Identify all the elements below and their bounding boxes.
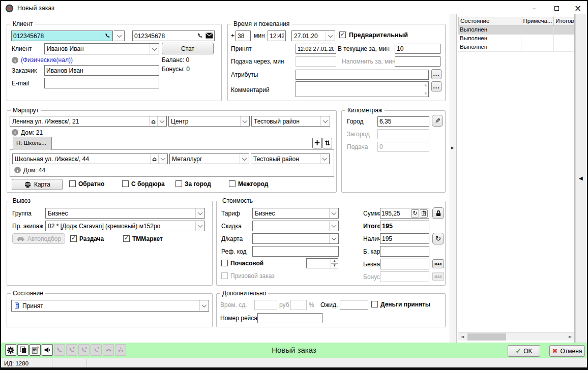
curb-checkbox[interactable] <box>122 180 129 187</box>
close-button[interactable]: × <box>569 2 587 14</box>
hourly-checkbox[interactable] <box>221 260 228 266</box>
map-button[interactable]: Карта <box>12 179 63 190</box>
minimize-button[interactable]: – <box>525 2 543 14</box>
bonus-max-button[interactable]: MAX <box>432 272 444 281</box>
discount-combobox[interactable] <box>252 221 339 231</box>
edit-km-button[interactable]: ✎ <box>432 115 443 127</box>
scrollbar-thumb[interactable] <box>467 333 506 341</box>
customer-input[interactable] <box>44 65 159 76</box>
cashless-input[interactable] <box>380 259 429 269</box>
temp-shift-rub-input[interactable] <box>254 300 277 310</box>
tmmarket-checkbox[interactable]: ✓ <box>123 235 130 242</box>
scroll-up-icon[interactable]: ▲ <box>424 83 427 86</box>
column-header-total[interactable]: Итогова <box>554 17 574 25</box>
comment-more-button[interactable]: ... <box>431 81 442 91</box>
spin-up-icon[interactable]: ▲ <box>331 259 338 264</box>
app-icon[interactable] <box>5 4 14 13</box>
lock-sum-button[interactable] <box>432 207 444 219</box>
client-name-label: Клиент <box>12 45 32 52</box>
stat-button[interactable]: Стат <box>162 43 214 54</box>
to-district-combobox[interactable]: Тестовый район <box>251 153 330 164</box>
column-header-state[interactable]: Состояние <box>459 17 521 25</box>
auto-assign-button[interactable]: Автоподбор <box>12 233 65 244</box>
from-address-combobox[interactable]: Ленина ул. /Ижевск/, 21 ⌂ <box>10 116 167 127</box>
scroll-left-icon[interactable]: ◄ <box>458 333 466 341</box>
scroll-right-icon[interactable]: ► <box>566 333 574 341</box>
dcard-combobox[interactable] <box>252 233 339 244</box>
client-category-link[interactable]: (Физические(нал)) <box>21 56 73 64</box>
wait-input[interactable] <box>340 300 368 310</box>
to-zone-combobox[interactable]: Металлург <box>169 153 249 164</box>
add-stop-button[interactable]: + <box>312 138 322 148</box>
suburb-km-input[interactable] <box>377 129 429 139</box>
info-icon[interactable]: i <box>12 57 18 64</box>
collapse-panel-icon[interactable]: ◀ <box>579 176 583 181</box>
refcode-input[interactable] <box>252 246 339 257</box>
intercity-checkbox[interactable] <box>229 180 236 187</box>
mail-icon[interactable] <box>205 32 214 40</box>
home-icon[interactable]: ⌂ <box>149 116 157 126</box>
clipboard-icon[interactable] <box>420 209 428 218</box>
from-district-combobox[interactable]: Тестовый район <box>251 116 330 127</box>
prize-order-checkbox[interactable] <box>221 272 228 279</box>
tariff-combobox[interactable]: Бизнес <box>252 208 339 219</box>
out-of-town-checkbox[interactable] <box>175 180 182 187</box>
history-row[interactable]: Выполнен <box>458 43 574 52</box>
reset-cash-button[interactable]: ↻ <box>432 233 444 244</box>
state-combobox[interactable]: Принят <box>11 300 209 312</box>
phone-icon[interactable] <box>104 32 112 40</box>
phone-primary-input[interactable] <box>11 30 113 41</box>
ok-button[interactable]: ✔ OK <box>508 345 540 357</box>
phone-history-dropdown[interactable] <box>114 30 125 41</box>
return-checkbox[interactable] <box>69 180 76 187</box>
distribution-checkbox[interactable]: ✓ <box>70 235 77 242</box>
history-row-selected[interactable]: Выполнен <box>458 26 574 35</box>
destination-tab[interactable]: Н: Школь... <box>13 137 52 150</box>
sum-input[interactable]: 195,25 ↻ <box>380 208 429 219</box>
phone-icon[interactable] <box>196 32 204 40</box>
expand-panel-icon[interactable]: ▶ <box>451 146 454 150</box>
bonus-input[interactable] <box>380 271 429 282</box>
accepted-input[interactable] <box>296 44 336 54</box>
remind-input[interactable] <box>395 56 440 67</box>
to-current-label: В текущие за, мин <box>338 45 390 52</box>
feed-after-input[interactable] <box>296 56 336 67</box>
collapse-strip[interactable]: ◀ <box>575 14 587 343</box>
attributes-more-button[interactable]: ... <box>431 69 442 79</box>
attributes-input[interactable] <box>296 70 429 80</box>
total-input[interactable]: 195 <box>380 221 429 231</box>
record-play-icon <box>5 4 14 13</box>
home-icon[interactable]: ⌂ <box>150 154 158 164</box>
bank-card-input[interactable] <box>380 246 429 257</box>
cash-input[interactable] <box>380 233 429 244</box>
preliminary-checkbox[interactable]: ✓ <box>339 32 346 38</box>
column-header-note[interactable]: Примеча... <box>521 17 554 25</box>
to-address-combobox[interactable]: Школьная ул. /Ижевск/, 44 ⌂ <box>12 153 168 164</box>
swap-stops-button[interactable]: ⇅ <box>322 138 332 148</box>
maximize-button[interactable] <box>547 2 566 14</box>
cancel-button[interactable]: ✖ Отмена <box>549 345 585 357</box>
email-input[interactable] <box>44 78 159 88</box>
date-combobox[interactable]: 27.01.20 <box>291 30 335 41</box>
panel-splitter[interactable]: ▶ <box>450 14 457 343</box>
crew-combobox[interactable]: 02 * [Додж Caravan] (кремовый) м152ро <box>45 221 205 231</box>
spin-down-icon[interactable]: ▼ <box>331 264 338 268</box>
flight-number-input[interactable] <box>257 313 322 323</box>
temp-shift-percent-input[interactable] <box>290 300 307 310</box>
client-name-combobox[interactable]: Иванов Иван <box>44 43 159 54</box>
to-current-input[interactable] <box>395 44 440 54</box>
recalc-sum-icon[interactable]: ↻ <box>411 209 419 218</box>
city-km-input[interactable] <box>377 116 429 127</box>
money-accepted-checkbox[interactable] <box>371 301 378 307</box>
group-combobox[interactable]: Бизнес <box>45 208 205 219</box>
hourly-spinner[interactable]: ▲ ▼ <box>306 258 338 268</box>
history-hscrollbar[interactable]: ◄ ► <box>458 332 574 341</box>
history-row[interactable]: Выполнен <box>458 35 574 43</box>
offset-min-input[interactable] <box>236 30 251 41</box>
scroll-down-icon[interactable]: ▼ <box>424 92 427 95</box>
from-zone-combobox[interactable]: Центр <box>168 116 250 127</box>
comment-textarea[interactable]: ▲ ▼ <box>296 81 429 97</box>
cashless-max-button[interactable]: MAX <box>432 259 444 268</box>
time-input[interactable] <box>268 30 286 41</box>
feed-km-input[interactable] <box>377 142 429 152</box>
